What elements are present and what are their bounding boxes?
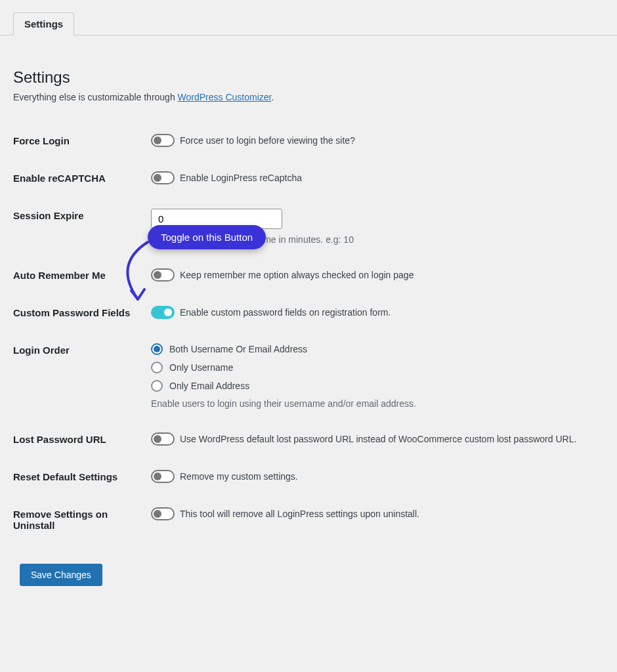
label-auto-remember: Auto Remember Me xyxy=(13,257,151,294)
toggle-custom-password[interactable] xyxy=(151,306,175,319)
desc-custom-password: Enable custom password fields on registr… xyxy=(180,307,391,318)
intro-prefix: Everything else is customizable through xyxy=(13,92,178,102)
label-login-order: Login Order xyxy=(13,331,151,421)
tab-bar: Settings xyxy=(0,0,617,35)
row-enable-recaptcha: Enable reCAPTCHA Enable LoginPress reCap… xyxy=(13,159,604,197)
customizer-link[interactable]: WordPress Customizer xyxy=(178,92,272,102)
desc-auto-remember: Keep remember me option always checked o… xyxy=(180,270,414,280)
row-custom-password: Custom Password Fields Enable custom pas… xyxy=(13,294,604,331)
radio-label-both: Both Username Or Email Address xyxy=(169,344,307,354)
label-reset-defaults: Reset Default Settings xyxy=(13,458,151,495)
intro-text: Everything else is customizable through … xyxy=(13,92,604,102)
toggle-enable-recaptcha[interactable] xyxy=(151,171,175,184)
label-remove-uninstall: Remove Settings on Uninstall xyxy=(13,495,151,544)
label-custom-password: Custom Password Fields xyxy=(13,294,151,331)
radio-login-order-username[interactable] xyxy=(151,362,163,373)
toggle-lost-password[interactable] xyxy=(151,432,175,446)
radio-login-order-both[interactable] xyxy=(151,343,163,355)
radio-row-email: Only Email Address xyxy=(151,380,604,392)
desc-lost-password: Use WordPress default lost password URL … xyxy=(180,434,576,444)
desc-enable-recaptcha: Enable LoginPress reCaptcha xyxy=(180,173,302,183)
radio-row-username: Only Username xyxy=(151,362,604,373)
settings-table: Force Login Force user to login before v… xyxy=(13,122,604,544)
page-title: Settings xyxy=(13,68,604,87)
desc-reset-defaults: Remove my custom settings. xyxy=(180,471,298,482)
radio-login-order-email[interactable] xyxy=(151,380,163,392)
tab-settings[interactable]: Settings xyxy=(13,12,74,35)
help-login-order: Enable users to login using their userna… xyxy=(151,398,604,409)
desc-remove-uninstall: This tool will remove all LoginPress set… xyxy=(180,509,419,519)
desc-force-login: Force user to login before viewing the s… xyxy=(180,135,355,146)
row-session-expire: Session Expire Set the session expiratio… xyxy=(13,197,604,257)
radio-label-email: Only Email Address xyxy=(169,381,249,391)
save-button[interactable]: Save Changes xyxy=(20,564,102,586)
label-enable-recaptcha: Enable reCAPTCHA xyxy=(13,159,151,197)
intro-suffix: . xyxy=(271,92,274,102)
label-lost-password: Lost Password URL xyxy=(13,421,151,458)
row-force-login: Force Login Force user to login before v… xyxy=(13,122,604,159)
row-auto-remember: Auto Remember Me Toggle on this Button K… xyxy=(13,257,604,294)
toggle-auto-remember[interactable] xyxy=(151,268,175,282)
toggle-reset-defaults[interactable] xyxy=(151,470,175,483)
row-lost-password: Lost Password URL Use WordPress default … xyxy=(13,421,604,458)
row-reset-defaults: Reset Default Settings Remove my custom … xyxy=(13,458,604,495)
tooltip-toggle-hint: Toggle on this Button xyxy=(148,225,266,249)
label-force-login: Force Login xyxy=(13,122,151,159)
radio-row-both: Both Username Or Email Address xyxy=(151,343,604,355)
row-remove-uninstall: Remove Settings on Uninstall This tool w… xyxy=(13,495,604,544)
radio-label-username: Only Username xyxy=(169,362,233,373)
toggle-remove-uninstall[interactable] xyxy=(151,507,175,520)
row-login-order: Login Order Both Username Or Email Addre… xyxy=(13,331,604,421)
label-session-expire: Session Expire xyxy=(13,197,151,257)
settings-content: Settings Everything else is customizable… xyxy=(0,35,617,612)
toggle-force-login[interactable] xyxy=(151,134,175,147)
